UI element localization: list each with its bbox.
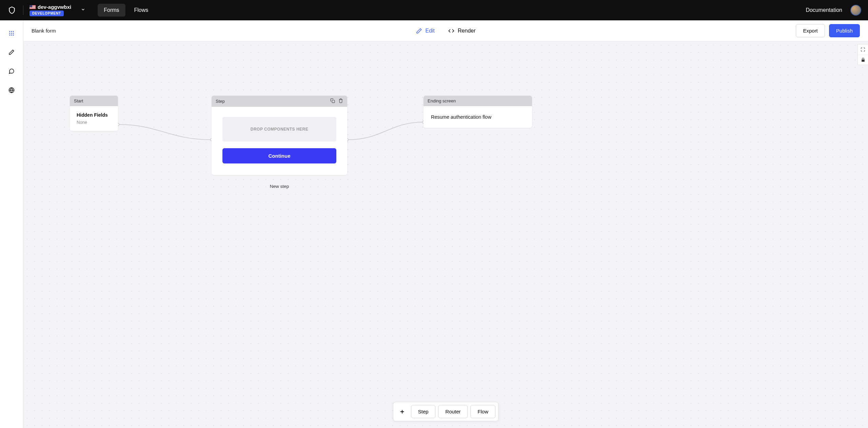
tab-forms[interactable]: Forms bbox=[98, 4, 125, 17]
header-divider bbox=[23, 5, 23, 15]
brand-logo[interactable] bbox=[7, 5, 17, 15]
primary-nav: Forms Flows bbox=[98, 4, 154, 17]
documentation-link[interactable]: Documentation bbox=[806, 7, 842, 13]
flag-icon bbox=[29, 5, 36, 9]
chevron-down-icon[interactable] bbox=[81, 7, 85, 13]
env-badge: DEVELOPMENT bbox=[29, 11, 64, 16]
top-bar: dev-aggvwbxi DEVELOPMENT Forms Flows Doc… bbox=[0, 0, 868, 20]
tenant-name: dev-aggvwbxi bbox=[38, 4, 71, 10]
tab-flows[interactable]: Flows bbox=[128, 4, 155, 17]
tenant-selector[interactable]: dev-aggvwbxi DEVELOPMENT bbox=[29, 4, 71, 16]
avatar[interactable] bbox=[850, 5, 861, 16]
